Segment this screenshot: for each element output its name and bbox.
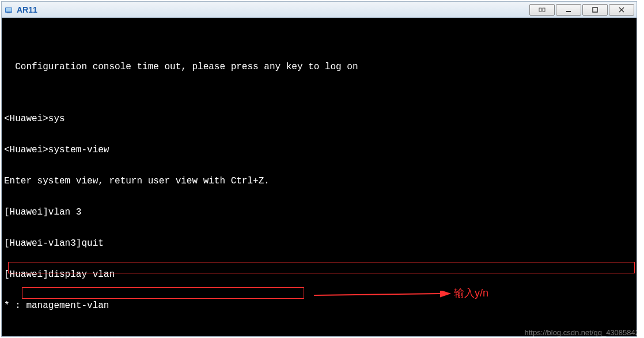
- maximize-button[interactable]: [582, 4, 608, 16]
- terminal-line: <Huawei>sys: [4, 114, 634, 124]
- close-button[interactable]: [609, 4, 634, 16]
- terminal-body[interactable]: Configuration console time out, please p…: [2, 18, 637, 336]
- terminal-line: ---------------------: [4, 332, 634, 336]
- terminal-line: Configuration console time out, please p…: [4, 62, 634, 72]
- svg-rect-3: [539, 8, 541, 12]
- minimize-button[interactable]: [556, 4, 581, 16]
- app-icon: [4, 5, 13, 14]
- terminal-line: [Huawei-vlan3]quit: [4, 238, 634, 249]
- terminal-line: * : management-vlan: [4, 301, 634, 311]
- terminal-window: AR11: [1, 1, 637, 337]
- extra-button[interactable]: [529, 4, 555, 16]
- titlebar[interactable]: AR11: [2, 2, 637, 18]
- window-title: AR11: [17, 5, 529, 14]
- window-controls: [529, 4, 634, 16]
- svg-rect-6: [593, 7, 597, 12]
- terminal-line: <Huawei>system-view: [4, 145, 634, 155]
- svg-rect-4: [543, 8, 545, 12]
- terminal-line: [Huawei]vlan 3: [4, 207, 634, 217]
- svg-rect-1: [6, 8, 12, 12]
- terminal-line: Enter system view, return user view with…: [4, 176, 634, 186]
- terminal-line: [Huawei]display vlan: [4, 269, 634, 280]
- svg-rect-2: [7, 13, 10, 13]
